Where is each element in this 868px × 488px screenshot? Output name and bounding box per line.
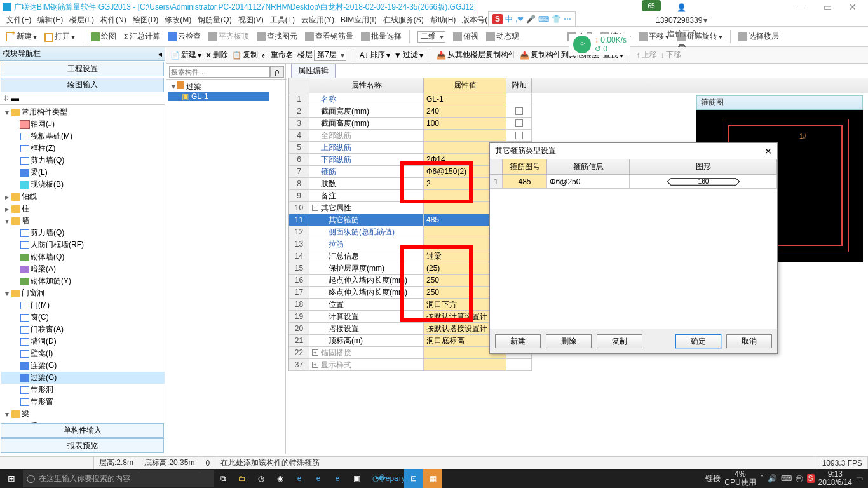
tab-proj[interactable]: 工程设置 (1, 62, 164, 76)
tree-item[interactable]: 门联窗(A) (1, 323, 165, 336)
tray-sogou-icon[interactable]: S (807, 474, 815, 483)
dlg-ok[interactable]: 确定 (675, 334, 721, 348)
edge-icon[interactable]: e (290, 469, 309, 488)
app-icon-1[interactable]: ◷ (252, 469, 271, 488)
tree-item[interactable]: 带形窗 (1, 396, 165, 408)
tree-item[interactable]: 砌体加筋(Y) (1, 275, 165, 287)
component-tree[interactable]: ▾常用构件类型轴网(J)筏板基础(M)框柱(Z)剪力墙(Q)梁(L)现浇板(B)… (0, 105, 165, 423)
menu-member[interactable]: 构件(N) (98, 15, 129, 25)
tb-viewsteel[interactable]: 查看钢筋量 (302, 30, 356, 43)
app-icon-2[interactable]: ◉ (271, 469, 290, 488)
tree-item[interactable]: 连梁(G) (1, 360, 165, 372)
menu-tool[interactable]: 工具(T) (268, 15, 297, 25)
tb-dim[interactable]: 二维 (415, 30, 448, 44)
rtb-up[interactable]: ↑ 上移 (637, 50, 657, 60)
tree-item[interactable]: 人防门框墙(RF) (1, 239, 165, 251)
dlg-copy[interactable]: 复制 (597, 334, 642, 348)
tree-item[interactable]: ▸柱 (1, 203, 165, 215)
user-phone[interactable]: 13907298339 (653, 16, 710, 25)
tray-bt-icon[interactable]: ⌨ (781, 474, 792, 483)
tb-batch[interactable]: 批量选择 (358, 30, 404, 43)
menu-online[interactable]: 在线服务(S) (381, 15, 426, 25)
tb-find[interactable]: 查找图元 (254, 30, 300, 43)
tab-property[interactable]: 属性编辑 (291, 64, 336, 78)
tb-draw[interactable]: 绘图 (88, 30, 119, 43)
tray-notif-icon[interactable]: ▭ (856, 474, 863, 483)
tree-item[interactable]: 门(M) (1, 299, 165, 311)
tree-item[interactable]: 砌体墙(Q) (1, 251, 165, 263)
rtb-down[interactable]: ↓ 下移 (661, 50, 681, 60)
tab-draw[interactable]: 绘图输入 (1, 78, 164, 92)
search-input[interactable] (169, 66, 270, 78)
menu-help[interactable]: 帮助(H) (428, 15, 459, 25)
tree-item[interactable]: ▾常用构件类型 (1, 106, 165, 118)
app-icon-6[interactable]: ▦ (423, 469, 442, 488)
rtb-floor[interactable]: 楼层 第7层 (297, 50, 346, 61)
tree-item[interactable]: ▾墙 (1, 215, 165, 227)
menu-floor[interactable]: 楼层(L) (67, 15, 97, 25)
prop-row[interactable]: 37+显示样式 (289, 359, 868, 371)
dlg-new[interactable]: 新建 (495, 334, 541, 348)
start-button[interactable]: ⊞ (0, 473, 23, 484)
menu-file[interactable]: 文件(F) (4, 15, 34, 25)
ime-toolbar[interactable]: S 中 ,❤ 🎤 ⌨ 👕 ⋯ (488, 11, 576, 27)
nav-mini-toolbar[interactable]: ⁜▬ (0, 93, 165, 105)
dialog-close-icon[interactable]: ✕ (764, 146, 772, 156)
tree-item[interactable]: 窗(C) (1, 311, 165, 323)
tray-up-icon[interactable]: ˄ (760, 474, 764, 483)
tree-item[interactable]: 剪力墙(Q) (1, 154, 165, 166)
tree-item[interactable]: ▾梁 (1, 408, 165, 420)
tb-new[interactable]: 新建 ▾ (4, 30, 39, 43)
taskbar-search[interactable]: ◯ 在这里输入你要搜索的内容 (23, 470, 214, 487)
menubar[interactable]: 文件(F) 编辑(E) 楼层(L) 构件(N) 绘图(D) 修改(M) 钢筋量(… (0, 14, 868, 27)
tree-item[interactable]: 框柱(Z) (1, 142, 165, 154)
rtb-sort[interactable]: A↓ 排序 ▾ (360, 50, 390, 60)
dialog-row[interactable]: 1 485 Φ6@250 160 (490, 175, 777, 189)
tab-report[interactable]: 报表预览 (1, 438, 164, 453)
tb-flat[interactable]: 平齐板顶 (206, 30, 252, 43)
app-icon-5[interactable]: ⊡ (404, 469, 423, 488)
rtb-copy[interactable]: 📋 复制 (232, 50, 258, 60)
member-search[interactable]: ρ (169, 66, 284, 78)
tree-item[interactable]: 带形洞 (1, 384, 165, 396)
rtb-rename[interactable]: 🏷 重命名 (262, 50, 294, 60)
tb-cloud[interactable]: 云检查 (165, 30, 203, 43)
app-icon-3[interactable]: ▣ (347, 469, 366, 488)
store-icon[interactable]: �ературі (385, 469, 404, 488)
menu-bim[interactable]: BIM应用(I) (338, 15, 379, 25)
dlg-cancel[interactable]: 取消 (726, 334, 772, 348)
menu-draw[interactable]: 绘图(D) (130, 15, 161, 25)
tree-item[interactable]: 现浇板(B) (1, 179, 165, 191)
tree-item[interactable]: ▾门窗洞 (1, 287, 165, 299)
tree-item[interactable]: 轴网(J) (1, 118, 165, 130)
tree-item[interactable]: 筏板基础(M) (1, 130, 165, 142)
menu-view[interactable]: 视图(V) (236, 15, 266, 25)
tray-link[interactable]: 链接 (705, 473, 721, 484)
tab-single[interactable]: 单构件输入 (1, 423, 164, 438)
taskbar[interactable]: ⊞ ◯ 在这里输入你要搜索的内容 ⧉ 🗀 ◷ ◉ e e e ▣ ◔ �ерат… (0, 469, 868, 488)
search-button[interactable]: ρ (270, 66, 284, 78)
tb-open[interactable]: 打开 ▾ (42, 30, 78, 43)
menu-edit[interactable]: 编辑(E) (35, 15, 65, 25)
tb-fushi[interactable]: 俯视 (451, 30, 481, 43)
member-tree[interactable]: ▾ 过梁 ▣ GL-1 (166, 80, 287, 456)
menu-cloud[interactable]: 云应用(Y) (299, 15, 337, 25)
rtb-new[interactable]: 📄 新建 ▾ (170, 50, 201, 60)
menu-rebar[interactable]: 钢筋量(Q) (195, 15, 234, 25)
status-hint[interactable]: 在此处添加该构件的特殊箍筋 (215, 457, 817, 469)
tree-item[interactable]: 过梁(G) (1, 372, 165, 384)
tree-item[interactable]: 剪力墙(Q) (1, 227, 165, 239)
tb-sum[interactable]: Σ 汇总计算 (121, 30, 163, 43)
ime-lang[interactable]: 中 (505, 14, 513, 25)
tray-clock[interactable]: 9:132018/6/14 (818, 470, 852, 487)
stirrup-dialog[interactable]: 其它箍筋类型设置 ✕ 箍筋图号 箍筋信息 图形 1 485 Φ6@250 160… (489, 142, 778, 354)
tree-item[interactable]: 梁(L) (1, 166, 165, 179)
edge2-icon[interactable]: e (309, 469, 328, 488)
rtb-filter[interactable]: ▼ 过滤 ▾ (394, 50, 423, 60)
folder-icon[interactable]: 🗀 (233, 469, 252, 488)
tree-item[interactable]: ▸轴线 (1, 191, 165, 203)
task-view-icon[interactable]: ⧉ (214, 469, 233, 488)
tray-ime-icon[interactable]: ㊥ (796, 473, 803, 484)
rtb-copyfrom[interactable]: 📥 从其他楼层复制构件 (437, 50, 516, 60)
tree-item[interactable]: 壁龛(I) (1, 348, 165, 360)
